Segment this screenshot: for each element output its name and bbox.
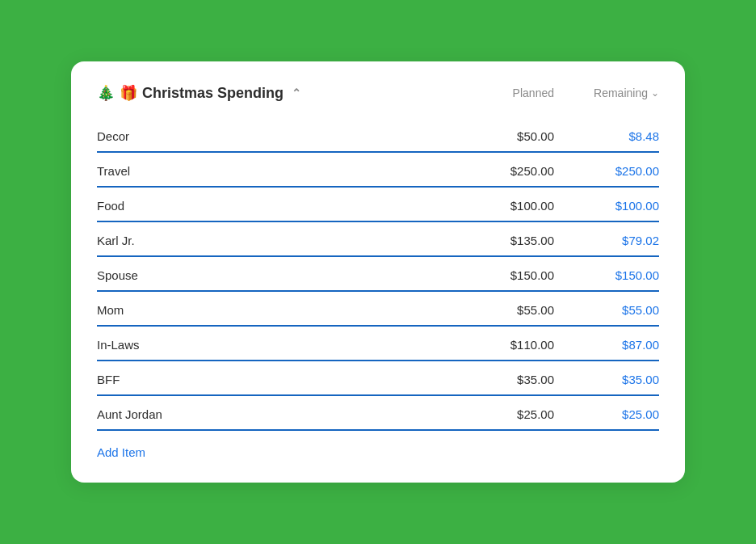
spending-table: Decor $50.00 $8.48 Travel $250.00 $250.0… <box>97 118 659 431</box>
table-row-travel[interactable]: Travel $250.00 $250.00 <box>97 153 659 188</box>
table-row-karl-jr[interactable]: Karl Jr. $135.00 $79.02 <box>97 222 659 257</box>
row-name-aunt-jordan: Aunt Jordan <box>97 407 449 421</box>
row-planned-karl-jr: $135.00 <box>449 234 554 247</box>
gift-emoji: 🎁 <box>120 84 137 102</box>
row-remaining-bff: $35.00 <box>554 373 659 386</box>
card-header: 🎄 🎁 Christmas Spending ⌃ Planned Remaini… <box>97 84 659 102</box>
row-name-food: Food <box>97 199 449 213</box>
row-name-travel: Travel <box>97 164 449 178</box>
table-row-bff[interactable]: BFF $35.00 $35.00 <box>97 361 659 396</box>
row-remaining-mom: $55.00 <box>554 303 659 317</box>
row-name-mom: Mom <box>97 303 449 317</box>
collapse-icon[interactable]: ⌃ <box>292 86 301 99</box>
row-remaining-travel: $250.00 <box>554 164 659 178</box>
row-name-in-laws: In-Laws <box>97 338 449 352</box>
row-planned-bff: $35.00 <box>449 373 554 386</box>
table-row-mom[interactable]: Mom $55.00 $55.00 <box>97 292 659 327</box>
table-row-food[interactable]: Food $100.00 $100.00 <box>97 188 659 222</box>
row-remaining-decor: $8.48 <box>554 129 659 143</box>
add-item-button[interactable]: Add Item <box>97 445 145 459</box>
row-remaining-food: $100.00 <box>554 199 659 213</box>
row-remaining-aunt-jordan: $25.00 <box>554 407 659 421</box>
row-planned-decor: $50.00 <box>449 129 554 143</box>
row-planned-spouse: $150.00 <box>449 268 554 282</box>
row-remaining-spouse: $150.00 <box>554 268 659 282</box>
tree-emoji: 🎄 <box>97 84 115 102</box>
row-name-spouse: Spouse <box>97 268 449 282</box>
remaining-column-header[interactable]: Remaining ⌄ <box>554 86 659 99</box>
planned-column-header: Planned <box>449 86 554 99</box>
row-planned-mom: $55.00 <box>449 303 554 317</box>
row-planned-in-laws: $110.00 <box>449 338 554 352</box>
column-headers: Planned Remaining ⌄ <box>449 86 659 99</box>
row-remaining-karl-jr: $79.02 <box>554 234 659 247</box>
row-planned-travel: $250.00 <box>449 164 554 178</box>
sort-icon: ⌄ <box>651 87 659 99</box>
row-name-bff: BFF <box>97 373 449 386</box>
row-planned-food: $100.00 <box>449 199 554 213</box>
row-remaining-in-laws: $87.00 <box>554 338 659 352</box>
card-title: 🎄 🎁 Christmas Spending ⌃ <box>97 84 301 102</box>
table-row-in-laws[interactable]: In-Laws $110.00 $87.00 <box>97 327 659 361</box>
title-text: Christmas Spending <box>142 85 284 102</box>
table-row-decor[interactable]: Decor $50.00 $8.48 <box>97 118 659 153</box>
row-planned-aunt-jordan: $25.00 <box>449 407 554 421</box>
spending-card: 🎄 🎁 Christmas Spending ⌃ Planned Remaini… <box>71 61 685 483</box>
row-name-decor: Decor <box>97 129 449 143</box>
table-row-spouse[interactable]: Spouse $150.00 $150.00 <box>97 257 659 292</box>
table-row-aunt-jordan[interactable]: Aunt Jordan $25.00 $25.00 <box>97 396 659 431</box>
row-name-karl-jr: Karl Jr. <box>97 234 449 247</box>
